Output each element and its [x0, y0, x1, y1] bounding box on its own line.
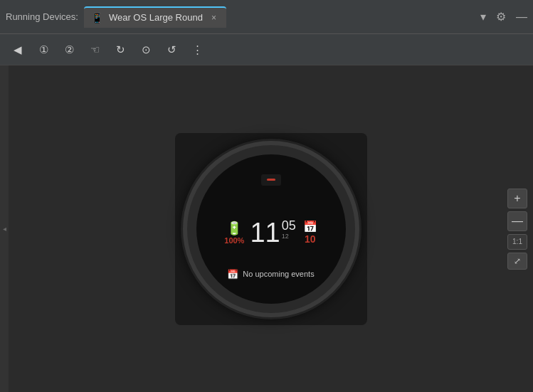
title-bar-actions: ▾ ⚙ — [480, 10, 527, 23]
zoom-out-button[interactable]: — [507, 211, 527, 231]
tab-label: Wear OS Large Round [109, 12, 203, 23]
minimize-button[interactable]: — [516, 11, 527, 23]
fit-icon: ⤢ [514, 256, 521, 266]
watch-face: 🔋 100% 11 05 12 📅 10 [196, 154, 346, 304]
camera-icon: ⊙ [142, 43, 151, 56]
watch-top-indicator [261, 174, 281, 186]
calendar-widget: 📅 10 [303, 220, 317, 245]
watch-bezel: 🔋 100% 11 05 12 📅 10 [183, 141, 359, 317]
step2-button[interactable]: ② [58, 39, 80, 60]
undo-button[interactable]: ↺ [161, 39, 182, 60]
undo-icon: ↺ [167, 43, 176, 56]
main-area: ◂ 🔋 100% 11 [0, 65, 533, 392]
time-right: 05 12 [282, 219, 296, 240]
time-minutes: 05 [282, 219, 296, 232]
device-tab[interactable]: 📱 Wear OS Large Round × [84, 6, 226, 28]
title-bar: Running Devices: 📱 Wear OS Large Round ×… [0, 0, 533, 34]
running-devices-label: Running Devices: [6, 11, 78, 22]
more-button[interactable]: ⋮ [186, 39, 208, 60]
rotate-icon: ↻ [116, 43, 125, 56]
rotate-button[interactable]: ↻ [110, 39, 131, 60]
drag-indicator: ◂ [3, 225, 6, 233]
zoom-in-button[interactable]: + [507, 189, 527, 208]
calendar-icon: 📅 [303, 220, 317, 233]
event-icon: 📅 [227, 269, 238, 280]
time-hours: 11 [250, 219, 280, 246]
dropdown-button[interactable]: ▾ [480, 10, 486, 23]
watch-middle-row: 🔋 100% 11 05 12 📅 10 [196, 219, 346, 246]
battery-percent: 100% [224, 236, 244, 245]
event-text: No upcoming events [243, 270, 314, 278]
battery-widget: 🔋 100% [224, 221, 244, 245]
calendar-date: 10 [305, 233, 316, 245]
toolbar: ◀ ① ② ☜ ↻ ⊙ ↺ ⋮ [0, 34, 533, 65]
side-handle[interactable]: ◂ [0, 65, 9, 392]
hand-tool-button[interactable]: ☜ [84, 39, 105, 60]
events-row: 📅 No upcoming events [227, 269, 314, 280]
zoom-ratio-label: 1:1 [507, 234, 527, 250]
tab-close-button[interactable]: × [211, 13, 216, 23]
settings-button[interactable]: ⚙ [496, 10, 506, 23]
zoom-fit-button[interactable]: ⤢ [507, 253, 527, 270]
time-display: 11 05 12 [250, 219, 295, 246]
watch-display-area: 🔋 100% 11 05 12 📅 10 [9, 65, 533, 392]
step1-button[interactable]: ① [33, 39, 54, 60]
device-icon: 📱 [91, 12, 103, 23]
watch-container: 🔋 100% 11 05 12 📅 10 [175, 133, 367, 325]
more-icon: ⋮ [192, 43, 203, 56]
hand-icon: ☜ [90, 43, 100, 56]
battery-icon: 🔋 [226, 221, 242, 236]
back-button[interactable]: ◀ [7, 39, 28, 60]
time-seconds: 12 [282, 233, 296, 240]
zoom-controls: + — 1:1 ⤢ [507, 189, 527, 270]
camera-button[interactable]: ⊙ [135, 39, 157, 60]
